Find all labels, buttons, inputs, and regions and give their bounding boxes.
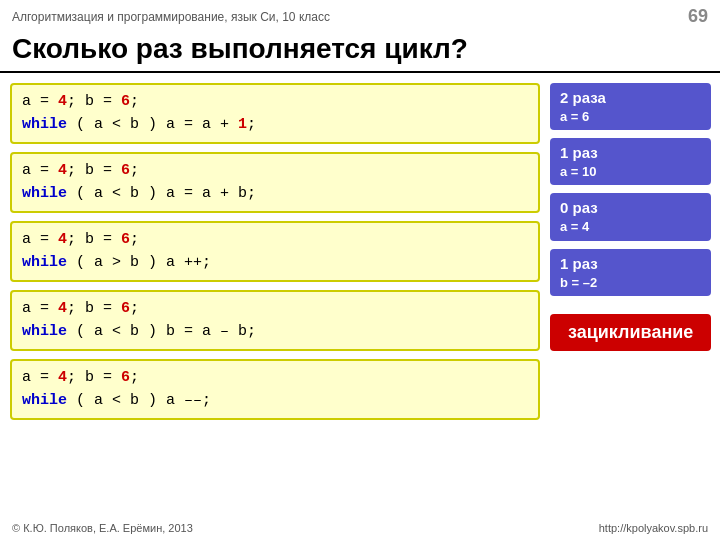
code-block-5-line1: a = 4; b = 6; xyxy=(22,367,528,390)
answer-3-line1: 0 раз xyxy=(560,197,701,218)
footer: © К.Ю. Поляков, Е.А. Ерёмин, 2013 http:/… xyxy=(0,522,720,534)
answer-2-line1: 1 раз xyxy=(560,142,701,163)
code-block-3: a = 4; b = 6; while ( a > b ) a ++; xyxy=(10,221,540,282)
code-block-4: a = 4; b = 6; while ( a < b ) b = a – b; xyxy=(10,290,540,351)
code-block-4-line1: a = 4; b = 6; xyxy=(22,298,528,321)
answer-2-line2: a = 10 xyxy=(560,163,701,181)
code-block-1-line1: a = 4; b = 6; xyxy=(22,91,528,114)
answer-column: 2 раза a = 6 1 раз a = 10 0 раз a = 4 1 … xyxy=(550,83,710,420)
code-block-5-line2: while ( a < b ) a ––; xyxy=(22,390,528,413)
code-block-1: a = 4; b = 6; while ( a < b ) a = a + 1; xyxy=(10,83,540,144)
code-block-4-line2: while ( a < b ) b = a – b; xyxy=(22,321,528,344)
answer-3-line2: a = 4 xyxy=(560,218,701,236)
header-bar: Алгоритмизация и программирование, язык … xyxy=(0,0,720,29)
page-title: Сколько раз выполняется цикл? xyxy=(0,29,720,73)
code-block-2-line1: a = 4; b = 6; xyxy=(22,160,528,183)
code-block-5: a = 4; b = 6; while ( a < b ) a ––; xyxy=(10,359,540,420)
code-block-3-line1: a = 4; b = 6; xyxy=(22,229,528,252)
answer-zaciklivanie: зацикливание xyxy=(550,314,711,351)
answer-1-line2: a = 6 xyxy=(560,108,701,126)
answer-block-2: 1 раз a = 10 xyxy=(550,138,711,185)
footer-right: http://kpolyakov.spb.ru xyxy=(599,522,708,534)
answer-block-1: 2 раза a = 6 xyxy=(550,83,711,130)
answer-block-3: 0 раз a = 4 xyxy=(550,193,711,240)
code-column: a = 4; b = 6; while ( a < b ) a = a + 1;… xyxy=(10,83,540,420)
code-block-3-line2: while ( a > b ) a ++; xyxy=(22,252,528,275)
page-number: 69 xyxy=(688,6,708,27)
header-left: Алгоритмизация и программирование, язык … xyxy=(12,10,330,24)
code-block-2: a = 4; b = 6; while ( a < b ) a = a + b; xyxy=(10,152,540,213)
answer-4-line1: 1 раз xyxy=(560,253,701,274)
answer-4-line2: b = –2 xyxy=(560,274,701,292)
code-block-2-line2: while ( a < b ) a = a + b; xyxy=(22,183,528,206)
answer-1-line1: 2 раза xyxy=(560,87,701,108)
answer-block-4: 1 раз b = –2 xyxy=(550,249,711,296)
footer-left: © К.Ю. Поляков, Е.А. Ерёмин, 2013 xyxy=(12,522,193,534)
code-block-1-line2: while ( a < b ) a = a + 1; xyxy=(22,114,528,137)
